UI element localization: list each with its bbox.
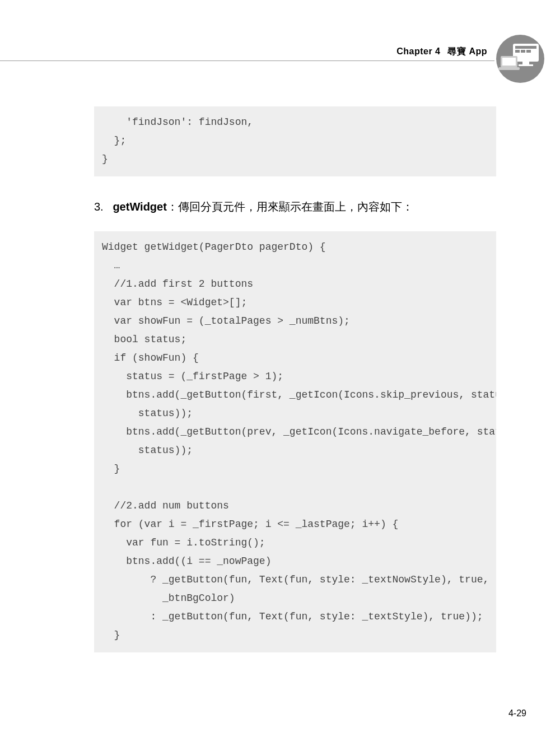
chapter-number: 4 (435, 46, 440, 56)
svg-rect-4 (521, 50, 525, 53)
section-name: getWidget (113, 200, 166, 213)
page-number: 4-29 (508, 708, 526, 719)
svg-rect-6 (522, 62, 529, 64)
page-content: 'findJson': findJson, }; } 3. getWidget：… (94, 106, 496, 652)
code-block-2: Widget getWidget(PagerDto pagerDto) { … … (94, 231, 496, 652)
chapter-label: Chapter (396, 46, 432, 56)
section-heading: 3. getWidget：傳回分頁元件，用來顯示在畫面上，內容如下： (94, 198, 496, 216)
svg-rect-3 (515, 50, 520, 53)
chapter-badge-icon (496, 35, 544, 83)
svg-rect-9 (502, 58, 516, 66)
book-page: Chapter 4 尋寶 App 'findJson': findJson, }… (0, 0, 560, 751)
header-rule (0, 60, 494, 61)
svg-rect-5 (526, 50, 531, 53)
code-block-1: 'findJson': findJson, }; } (94, 106, 496, 176)
section-number: 3. (94, 200, 104, 213)
svg-rect-7 (519, 64, 533, 66)
section-desc: 傳回分頁元件，用來顯示在畫面上，內容如下： (178, 200, 413, 213)
section-colon: ： (167, 200, 178, 213)
svg-rect-10 (498, 67, 520, 70)
svg-rect-2 (515, 46, 536, 49)
running-header: Chapter 4 尋寶 App (0, 46, 487, 58)
chapter-title: 尋寶 App (447, 46, 487, 56)
